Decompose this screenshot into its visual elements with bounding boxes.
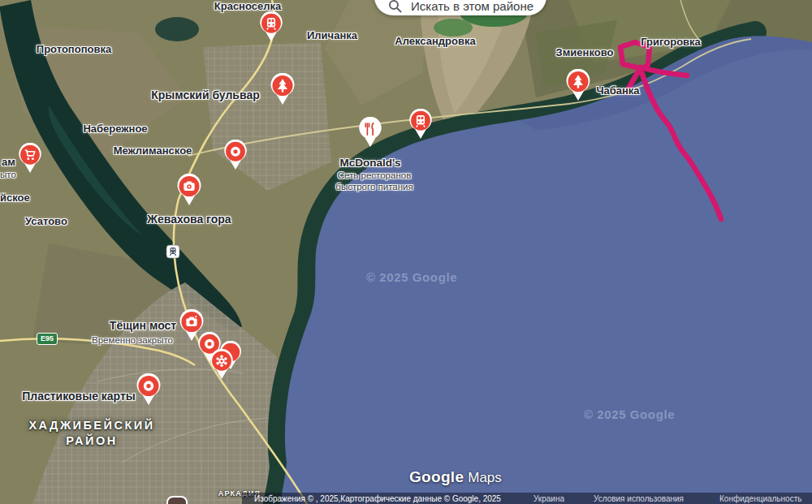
train-station-pin[interactable] bbox=[408, 109, 434, 143]
park-pin[interactable] bbox=[564, 69, 592, 105]
town-label-chabanka: Чабанка bbox=[596, 84, 639, 97]
town-label-mezhlimanskoe: Межлиманское bbox=[114, 144, 192, 157]
shopping-cart-icon bbox=[17, 143, 43, 174]
search-this-area-button[interactable]: Искать в этом районе bbox=[374, 0, 546, 15]
camera-icon bbox=[175, 174, 203, 206]
district-label-line1: ХАДЖИБЕЙСКИЙ bbox=[28, 419, 154, 432]
map-viewport[interactable]: © 2025 Google © 2025 Google bbox=[0, 0, 812, 504]
train-icon bbox=[408, 109, 434, 140]
cutoff-poi-pin[interactable] bbox=[166, 496, 188, 504]
poi-sublabel: Сеть ресторанов bbox=[338, 170, 412, 180]
train-icon bbox=[166, 245, 180, 259]
town-label-naberezhnoe: Набережное bbox=[83, 123, 147, 135]
poi-label-mcdonalds: McDonald's bbox=[339, 157, 400, 169]
tree-icon bbox=[564, 69, 592, 101]
shopping-pin[interactable] bbox=[17, 143, 43, 177]
logo-maps: Maps bbox=[468, 470, 502, 485]
region-link[interactable]: Украина bbox=[533, 494, 564, 503]
fork-knife-icon bbox=[357, 117, 383, 148]
town-label-usatovo: Усатово bbox=[25, 215, 67, 227]
attribution-bar: Изображения © , 2025,Картографические да… bbox=[242, 493, 812, 504]
closed-status-label: Временно закрыто bbox=[92, 335, 173, 345]
poi-label-teshchin-most: Тёщин мост bbox=[110, 319, 176, 332]
town-label-aleksandrovka: Александровка bbox=[395, 35, 475, 47]
clipped-label: ыто bbox=[0, 170, 16, 179]
clipped-label: ам bbox=[2, 156, 15, 168]
restaurant-pin[interactable] bbox=[357, 117, 383, 151]
dot-icon bbox=[135, 373, 162, 406]
clipped-label: йское bbox=[0, 192, 30, 204]
train-station-pin[interactable] bbox=[258, 11, 284, 45]
attraction-pin[interactable] bbox=[175, 174, 203, 209]
place-pin[interactable] bbox=[222, 140, 248, 174]
town-label-ilichanka: Иличанка bbox=[307, 29, 357, 41]
google-maps-logo[interactable]: GoogleMaps bbox=[409, 468, 502, 486]
privacy-link[interactable]: Конфиденциальность bbox=[719, 494, 801, 503]
town-label-zmienkovo: Змиенково bbox=[556, 46, 614, 58]
town-label-protopopovka: Протопоповка bbox=[37, 43, 111, 55]
poi-label-krymsky-bulvar: Крымский бульвар bbox=[151, 88, 259, 101]
poi-label-plastikovye: Пластиковые карты bbox=[22, 390, 136, 403]
train-icon bbox=[258, 11, 284, 42]
factory-pin[interactable] bbox=[209, 349, 235, 383]
dot-icon bbox=[222, 140, 248, 170]
poi-label-zhevakhova: Жевахова гора bbox=[147, 213, 231, 226]
railway-station-badge[interactable] bbox=[166, 245, 180, 262]
place-pin[interactable] bbox=[135, 373, 162, 409]
tree-icon bbox=[269, 73, 296, 106]
district-label-line2: РАЙОН bbox=[66, 434, 118, 447]
park-pin[interactable] bbox=[269, 73, 296, 109]
poi-sublabel: быстрого питания bbox=[335, 182, 412, 192]
road-badge-e95: E95 bbox=[37, 333, 58, 345]
gear-icon bbox=[209, 349, 235, 380]
search-icon bbox=[388, 0, 402, 13]
search-button-label: Искать в этом районе bbox=[411, 0, 533, 13]
logo-google: Google bbox=[409, 468, 464, 485]
town-label-krasnoselka: Красноселка bbox=[214, 0, 281, 12]
imagery-attribution: Изображения © , 2025,Картографические да… bbox=[254, 494, 501, 503]
terms-link[interactable]: Условия использования bbox=[594, 494, 684, 503]
town-label-grigorovka: Григоровка bbox=[641, 36, 701, 48]
